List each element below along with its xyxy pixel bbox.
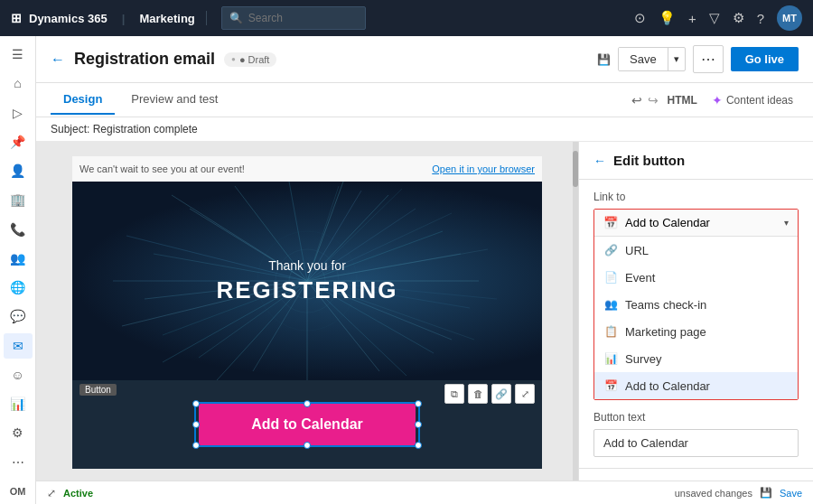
expand-icon[interactable]: ⤢ [47, 487, 56, 499]
save-dropdown-button[interactable]: ▾ [668, 49, 685, 70]
canvas-panel: We can't wait to see you at our event! O… [36, 142, 813, 481]
panel-back-button[interactable]: ← [593, 154, 606, 168]
email-body: We can't wait to see you at our event! O… [72, 156, 542, 469]
check-circle-icon[interactable]: ⊙ [634, 10, 646, 26]
dropdown-item-event-label: Event [625, 271, 655, 285]
search-icon: 🔍 [229, 12, 243, 24]
add-icon[interactable]: + [688, 11, 696, 26]
subject-label: Subject: [51, 123, 89, 135]
canvas-scroll-track[interactable] [573, 142, 578, 481]
topbar-icons: ⊙ 💡 + ▽ ⚙ ? MT [634, 5, 802, 31]
url-icon: 🔗 [603, 243, 618, 257]
tab-design[interactable]: Design [51, 85, 115, 115]
dropdown-item-marketing[interactable]: 📋 Marketing page [594, 318, 798, 345]
brand-area: ⊞ Dynamics 365 | Marketing [11, 11, 207, 25]
dropdown-item-teams[interactable]: 👥 Teams check-in [594, 291, 798, 318]
dropdown-item-marketing-label: Marketing page [625, 325, 706, 339]
dropdown-selected-icon: 📅 [603, 216, 618, 229]
draft-label: ● Draft [239, 54, 270, 65]
dropdown-item-survey[interactable]: 📊 Survey [594, 345, 798, 372]
open-browser-link[interactable]: Open it in your browser [432, 163, 535, 174]
undo-button[interactable]: ↩ [631, 93, 642, 107]
status-bar: ⤢ Active unsaved changes 💾 Save [36, 481, 813, 504]
tabs-bar: Design Preview and test ↩ ↪ HTML ✦ Conte… [36, 83, 813, 117]
email-hero: Thank you for REGISTERING [72, 182, 542, 380]
sidebar-icon-pin[interactable]: 📌 [4, 129, 33, 154]
filter-icon[interactable]: ▽ [709, 10, 720, 26]
button-text-label: Button text [593, 411, 799, 424]
email-canvas[interactable]: We can't wait to see you at our event! O… [36, 142, 578, 481]
dropdown-arrow-icon: ▾ [784, 218, 789, 228]
dropdown-item-teams-label: Teams check-in [625, 298, 706, 312]
sidebar-icon-smile[interactable]: ☺ [4, 362, 33, 387]
panel-header: ← Edit button [579, 142, 813, 180]
save-icon: 💾 [597, 53, 611, 66]
save-button-group[interactable]: Save ▾ [618, 47, 686, 71]
search-box[interactable]: 🔍 [221, 6, 366, 30]
sidebar-icon-chat[interactable]: 💬 [4, 303, 33, 329]
sidebar-icon-menu[interactable]: ☰ [4, 42, 33, 67]
avatar[interactable]: MT [777, 5, 802, 31]
brand-name: Dynamics 365 [29, 12, 107, 25]
sidebar-icon-analytics[interactable]: 📊 [4, 391, 33, 416]
sidebar-icon-more[interactable]: ⋯ [4, 450, 33, 475]
dropdown-item-calendar[interactable]: 📅 Add to Calendar [594, 372, 798, 399]
go-live-button[interactable]: Go live [731, 47, 799, 71]
handle-tr [415, 400, 422, 407]
survey-icon: 📊 [603, 351, 618, 366]
calendar-icon: 📅 [603, 378, 618, 393]
link-to-label: Link to [593, 191, 799, 203]
svg-line-16 [307, 231, 443, 281]
status-active-label: Active [63, 488, 93, 499]
sidebar-icon-contacts[interactable]: 👤 [4, 158, 33, 183]
module-name: Marketing [139, 12, 194, 25]
html-button[interactable]: HTML [659, 94, 706, 107]
dropdown-item-url-label: URL [625, 244, 649, 257]
sidebar-icon-settings2[interactable]: ⚙ [4, 420, 33, 445]
main-layout: ☰ ⌂ ▷ 📌 👤 🏢 📞 👥 🌐 💬 ✉ ☺ 📊 ⚙ ⋯ OM ← Regis… [0, 36, 813, 504]
save-main-button[interactable]: Save [619, 48, 668, 70]
event-icon: 📄 [603, 270, 618, 285]
teams-icon: 👥 [603, 297, 618, 312]
back-button[interactable]: ← [51, 51, 65, 68]
canvas-scroll-thumb[interactable] [573, 151, 578, 187]
subject-bar: Subject: Registration complete [36, 117, 813, 142]
more-options-button[interactable]: ⋯ [693, 45, 724, 73]
dropdown-item-calendar-label: Add to Calendar [625, 379, 710, 393]
save-icon-small: 💾 [760, 487, 772, 499]
lightbulb-icon[interactable]: 💡 [659, 10, 676, 26]
sidebar-icon-recent[interactable]: ▷ [4, 100, 33, 126]
handle-br [415, 442, 422, 449]
sidebar-icon-email[interactable]: ✉ [4, 333, 33, 359]
dropdown-item-url[interactable]: 🔗 URL [594, 237, 798, 264]
content-ideas-label: Content ideas [726, 94, 793, 107]
module-divider: | [122, 12, 126, 25]
sidebar-icon-home[interactable]: ⌂ [4, 70, 33, 96]
dropdown-selected-label: Add to Calendar [625, 216, 710, 229]
help-icon[interactable]: ? [757, 11, 764, 26]
content-ideas-button[interactable]: ✦ Content ideas [706, 93, 799, 107]
status-save-button[interactable]: Save [780, 488, 802, 499]
redo-button[interactable]: ↪ [648, 93, 659, 107]
sidebar-icon-bottom[interactable]: OM [4, 479, 33, 504]
sidebar-icon-phone[interactable]: 📞 [4, 217, 33, 242]
search-input[interactable] [248, 12, 358, 24]
link-dropdown[interactable]: 📅 Add to Calendar ▾ 🔗 URL 📄 Event [593, 209, 799, 400]
button-text-input[interactable] [593, 429, 799, 457]
subject-value: Registration complete [93, 123, 198, 135]
button-row[interactable]: Button ⧉ 🗑 🔗 ⤢ Add to Calendar [72, 380, 542, 469]
panel-title: Edit button [613, 153, 685, 168]
style-section-toggle[interactable]: ∨ Style [579, 468, 813, 481]
button-text-section: Button text [579, 411, 813, 468]
settings-icon[interactable]: ⚙ [733, 10, 744, 26]
hero-text-thanks: Thank you for [268, 258, 346, 273]
dropdown-selected-item[interactable]: 📅 Add to Calendar ▾ [594, 210, 798, 236]
tab-preview[interactable]: Preview and test [118, 85, 230, 115]
calendar-button[interactable]: Add to Calendar [199, 404, 416, 445]
sidebar-icon-globe[interactable]: 🌐 [4, 275, 33, 300]
dropdown-item-event[interactable]: 📄 Event [594, 264, 798, 291]
sidebar-icon-people[interactable]: 👥 [4, 246, 33, 271]
page-title: Registration email [74, 50, 215, 69]
sidebar-icon-accounts[interactable]: 🏢 [4, 187, 33, 212]
content-area: ← Registration email ● ● Draft 💾 Save ▾ … [36, 36, 813, 504]
